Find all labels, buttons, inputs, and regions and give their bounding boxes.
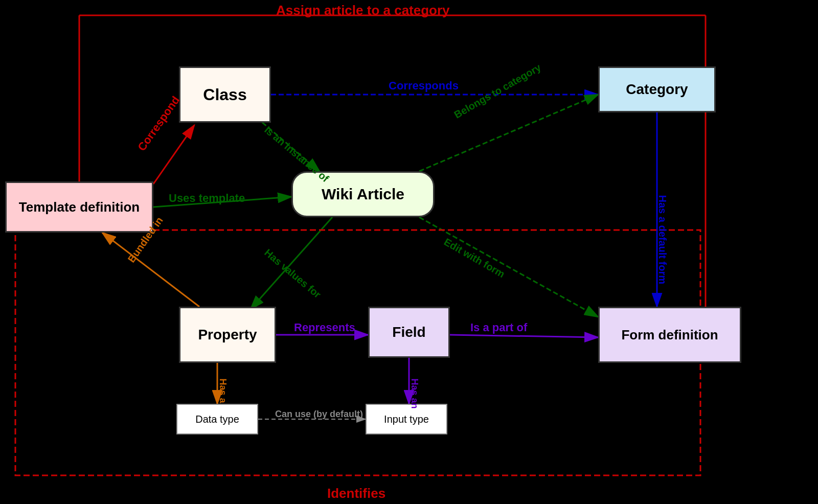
category-label: Category xyxy=(626,81,688,98)
identifies-rect xyxy=(15,230,700,475)
template-label: Template definition xyxy=(19,199,140,215)
bundled-in-line xyxy=(102,233,199,307)
formdefinition-label: Form definition xyxy=(621,327,718,343)
has-default-form-label: Has a default form xyxy=(656,195,668,284)
wikiarticle-node: Wiki Article xyxy=(291,171,435,217)
is-a-part-of-label: Is a part of xyxy=(470,321,527,334)
corresponds-label: Corresponds xyxy=(389,79,459,93)
represents-label: Represents xyxy=(294,321,355,334)
category-node: Category xyxy=(598,66,716,112)
assign-label: Assign article to a category xyxy=(276,3,450,18)
has-an-label: Has an xyxy=(409,379,420,409)
uses-template-label: Uses template xyxy=(169,192,245,205)
is-a-part-of-line xyxy=(450,335,598,337)
can-use-label: Can use (by default) xyxy=(275,409,363,420)
property-node: Property xyxy=(179,307,276,363)
field-label: Field xyxy=(392,324,425,340)
inputtype-label: Input type xyxy=(384,414,429,425)
datatype-node: Data type xyxy=(176,404,258,434)
class-node: Class xyxy=(179,66,271,123)
datatype-label: Data type xyxy=(195,414,239,425)
property-label: Property xyxy=(198,327,257,343)
belongs-to-category-line xyxy=(419,95,598,171)
template-node: Template definition xyxy=(5,181,153,233)
formdefinition-node: Form definition xyxy=(598,307,741,363)
has-a-label: Has a xyxy=(217,379,228,403)
inputtype-node: Input type xyxy=(366,404,447,434)
identifies-label: Identifies xyxy=(327,486,385,501)
edit-with-form-line xyxy=(419,217,598,317)
field-node: Field xyxy=(368,307,450,358)
class-label: Class xyxy=(203,85,246,104)
wikiarticle-label: Wiki Article xyxy=(322,186,404,203)
